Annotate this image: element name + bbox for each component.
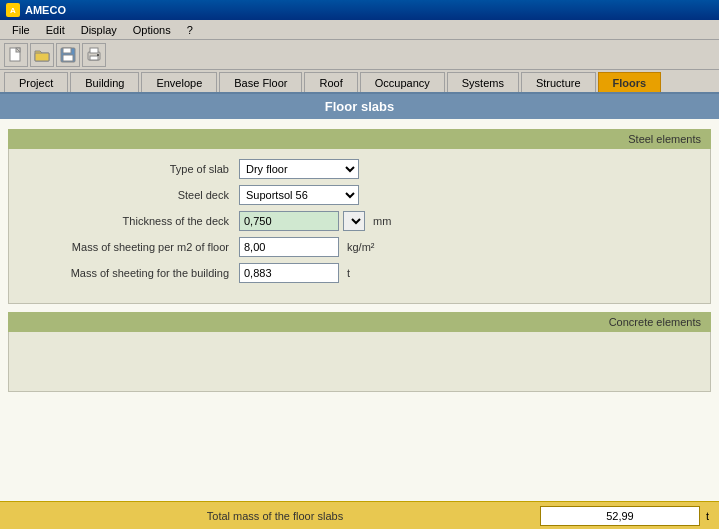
svg-rect-7: [63, 55, 73, 61]
mass-building-input[interactable]: [239, 263, 339, 283]
menu-bar: File Edit Display Options ?: [0, 20, 719, 40]
tab-structure[interactable]: Structure: [521, 72, 596, 92]
thickness-unit-select[interactable]: ▼: [343, 211, 365, 231]
svg-point-11: [97, 54, 99, 56]
menu-edit[interactable]: Edit: [38, 22, 73, 38]
mass-building-row: Mass of sheeting for the building t: [29, 263, 690, 283]
mass-building-label: Mass of sheeting for the building: [29, 267, 239, 279]
menu-display[interactable]: Display: [73, 22, 125, 38]
menu-options[interactable]: Options: [125, 22, 179, 38]
tab-occupancy[interactable]: Occupancy: [360, 72, 445, 92]
thickness-row: Thickness of the deck ▼ mm: [29, 211, 690, 231]
mass-per-m2-row: Mass of sheeting per m2 of floor kg/m²: [29, 237, 690, 257]
app-icon: A: [6, 3, 20, 17]
tab-project[interactable]: Project: [4, 72, 68, 92]
mass-per-m2-control: kg/m²: [239, 237, 375, 257]
tab-systems[interactable]: Systems: [447, 72, 519, 92]
tab-roof[interactable]: Roof: [304, 72, 357, 92]
steel-deck-select[interactable]: Suportsol 56 Suportsol 76: [239, 185, 359, 205]
mass-building-unit: t: [347, 267, 350, 279]
svg-rect-10: [90, 56, 98, 60]
content-wrapper: Steel elements Type of slab Dry floor We…: [0, 119, 719, 501]
mass-per-m2-label: Mass of sheeting per m2 of floor: [29, 241, 239, 253]
menu-help[interactable]: ?: [179, 22, 201, 38]
thickness-label: Thickness of the deck: [29, 215, 239, 227]
thickness-unit: mm: [373, 215, 391, 227]
mass-per-m2-input[interactable]: [239, 237, 339, 257]
svg-rect-6: [63, 48, 71, 53]
title-bar: A AMECO: [0, 0, 719, 20]
tab-envelope[interactable]: Envelope: [141, 72, 217, 92]
open-button[interactable]: [30, 43, 54, 67]
status-unit: t: [706, 510, 709, 522]
status-label: Total mass of the floor slabs: [10, 510, 540, 522]
save-button[interactable]: [56, 43, 80, 67]
tab-bar: Project Building Envelope Base Floor Roo…: [0, 70, 719, 94]
thickness-control: ▼ mm: [239, 211, 391, 231]
steel-deck-row: Steel deck Suportsol 56 Suportsol 76: [29, 185, 690, 205]
concrete-section: Concrete elements: [8, 312, 711, 392]
print-button[interactable]: [82, 43, 106, 67]
status-bar: Total mass of the floor slabs t: [0, 501, 719, 529]
steel-section-body: Type of slab Dry floor Wet floor Steel d…: [8, 149, 711, 304]
main-content: Floor slabs Steel elements Type of slab …: [0, 94, 719, 501]
steel-deck-control: Suportsol 56 Suportsol 76: [239, 185, 359, 205]
concrete-section-body: [8, 332, 711, 392]
thickness-input[interactable]: [239, 211, 339, 231]
concrete-section-header: Concrete elements: [8, 312, 711, 332]
status-value[interactable]: [540, 506, 700, 526]
app-title: AMECO: [25, 4, 66, 16]
page-title: Floor slabs: [0, 94, 719, 119]
steel-section-header: Steel elements: [8, 129, 711, 149]
toolbar: [0, 40, 719, 70]
mass-building-control: t: [239, 263, 350, 283]
new-button[interactable]: [4, 43, 28, 67]
mass-per-m2-unit: kg/m²: [347, 241, 375, 253]
menu-file[interactable]: File: [4, 22, 38, 38]
type-of-slab-select[interactable]: Dry floor Wet floor: [239, 159, 359, 179]
steel-deck-label: Steel deck: [29, 189, 239, 201]
type-of-slab-row: Type of slab Dry floor Wet floor: [29, 159, 690, 179]
type-of-slab-label: Type of slab: [29, 163, 239, 175]
steel-section: Steel elements Type of slab Dry floor We…: [8, 129, 711, 304]
svg-rect-9: [90, 48, 98, 53]
svg-rect-4: [35, 53, 49, 61]
tab-base-floor[interactable]: Base Floor: [219, 72, 302, 92]
tab-floors[interactable]: Floors: [598, 72, 662, 92]
type-of-slab-control: Dry floor Wet floor: [239, 159, 359, 179]
tab-building[interactable]: Building: [70, 72, 139, 92]
